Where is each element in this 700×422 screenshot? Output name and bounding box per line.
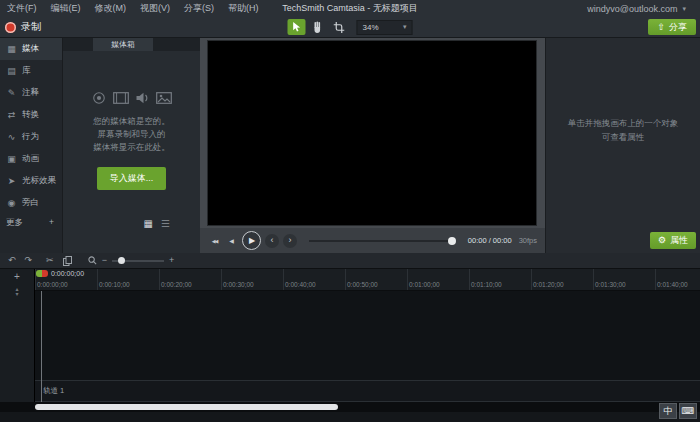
ruler-label-0: 0:00:00;00 — [37, 281, 68, 288]
film-icon — [113, 92, 129, 104]
timeline-zoom-slider[interactable] — [112, 260, 164, 262]
menu-item-3[interactable]: 视图(V) — [133, 0, 177, 17]
media-bin-empty-icons — [63, 91, 200, 105]
playback-scrubber[interactable] — [309, 240, 456, 242]
canvas-stage — [200, 38, 545, 228]
zoom-in-icon[interactable]: + — [169, 256, 174, 265]
canvas-zoom-value: 34% — [363, 23, 379, 32]
media-bin-empty-line: 屏幕录制和导入的 — [63, 128, 200, 141]
step-back-button[interactable]: ◀ — [225, 237, 238, 244]
sidebar-item-label: 光标效果 — [22, 175, 56, 187]
previous-frame-button[interactable]: ‹ — [265, 234, 279, 248]
toolbar: 录制 34% ▾ ⇧ 分享 — [0, 17, 700, 38]
crop-tool-button[interactable] — [330, 19, 348, 35]
track-row[interactable]: 轨道 1 — [35, 380, 700, 402]
account-menu[interactable]: windyvo@outlook.com ▾ — [587, 4, 686, 14]
magnifier-icon[interactable] — [88, 256, 97, 265]
timeline-zoom-group: − + — [88, 256, 175, 265]
tab-media-bin[interactable]: 媒体箱 — [93, 38, 153, 51]
import-media-button[interactable]: 导入媒体... — [97, 167, 167, 190]
add-track-button[interactable]: + — [0, 272, 34, 282]
redo-icon[interactable]: ↷ — [25, 256, 33, 265]
share-label: 分享 — [669, 21, 687, 34]
properties-button[interactable]: ⚙ 属性 — [650, 232, 696, 249]
ruler-label-1: 0:00:10;00 — [99, 281, 130, 288]
transitions-icon: ⇄ — [6, 110, 17, 120]
gear-icon: ⚙ — [658, 236, 666, 245]
sidebar-item-cursor-effects[interactable]: ➤光标效果 — [0, 170, 62, 192]
skip-to-start-button[interactable]: ◀◀ — [208, 238, 221, 244]
window-title: TechSmith Camtasia - 无标题项目 — [282, 2, 418, 15]
copy-icon[interactable] — [63, 256, 72, 266]
playhead-time: 0:00:00;00 — [51, 270, 84, 277]
playhead-line[interactable] — [41, 291, 42, 402]
menu-item-0[interactable]: 文件(F) — [0, 0, 44, 17]
edit-group: ✂ — [46, 256, 72, 266]
media-icon: ▦ — [6, 44, 17, 54]
sidebar-item-label: 旁白 — [22, 197, 39, 209]
play-button[interactable]: ▶ — [242, 231, 261, 250]
sidebar-item-behaviors[interactable]: ∿行为 — [0, 126, 62, 148]
sidebar-item-label: 动画 — [22, 153, 39, 165]
ruler-label-2: 0:00:20;00 — [161, 281, 192, 288]
sidebar-item-voice-narration[interactable]: ◉旁白 — [0, 192, 62, 214]
chevron-down-icon[interactable]: ▾ — [0, 292, 34, 297]
sidebar-item-annotations[interactable]: ✎注释 — [0, 82, 62, 104]
sidebar-more-button[interactable]: 更多 — [6, 217, 23, 229]
canvas-tools: 34% ▾ — [288, 19, 413, 35]
image-icon — [156, 92, 172, 104]
menu-item-1[interactable]: 编辑(E) — [44, 0, 88, 17]
sidebar-add-button[interactable]: + — [49, 217, 54, 229]
cut-icon[interactable]: ✂ — [46, 256, 54, 265]
menu-item-4[interactable]: 分享(S) — [177, 0, 221, 17]
timeline-toolbar: ↶ ↷ ✂ − + — [0, 253, 700, 269]
grid-view-icon[interactable]: ▦ — [144, 218, 153, 229]
playback-controls: ◀◀ ◀ ▶ ‹ › 00:00 / 00:00 30fps — [200, 228, 545, 253]
ruler-label-9: 0:01:30;00 — [595, 281, 626, 288]
ime-language-badge[interactable]: 中 — [659, 403, 677, 419]
status-strip — [0, 412, 700, 422]
canvas-zoom-select[interactable]: 34% ▾ — [357, 20, 413, 35]
menubar-menus: 文件(F)编辑(E)修改(M)视图(V)分享(S)帮助(H) — [0, 0, 266, 17]
properties-hint-line: 可查看属性 — [546, 130, 700, 144]
timeline-scrollbar-thumb[interactable] — [35, 404, 338, 410]
share-button[interactable]: ⇧ 分享 — [648, 19, 696, 35]
record-button[interactable]: 录制 — [5, 19, 41, 35]
playhead-handles[interactable] — [36, 270, 48, 277]
keyboard-icon[interactable]: ⌨ — [679, 403, 697, 419]
record-circle-icon — [92, 91, 106, 105]
sidebar-item-media[interactable]: ▦媒体 — [0, 38, 62, 60]
sidebar-item-animations[interactable]: ▣动画 — [0, 148, 62, 170]
scrubber-handle[interactable] — [448, 237, 456, 245]
track-area[interactable]: 轨道 1 — [35, 291, 700, 402]
ruler-label-6: 0:01:00;00 — [409, 281, 440, 288]
record-icon — [5, 22, 16, 33]
playhead-out-handle[interactable] — [42, 270, 48, 277]
video-canvas[interactable] — [207, 40, 537, 226]
pan-tool-button[interactable] — [309, 19, 327, 35]
sidebar-item-label: 注释 — [22, 87, 39, 99]
next-frame-button[interactable]: › — [283, 234, 297, 248]
menu-item-2[interactable]: 修改(M) — [88, 0, 134, 17]
media-bin-tabbar: 媒体箱 — [63, 38, 200, 51]
account-email: windyvo@outlook.com — [587, 4, 677, 14]
properties-hint-line: 单击并拖拽画布上的一个对象 — [546, 116, 700, 130]
zoom-out-icon[interactable]: − — [102, 256, 107, 265]
menu-item-5[interactable]: 帮助(H) — [221, 0, 266, 17]
sidebar-item-label: 媒体 — [22, 43, 39, 55]
undo-icon[interactable]: ↶ — [8, 256, 16, 265]
timeline-zoom-handle[interactable] — [118, 257, 125, 264]
track-collapse-buttons[interactable]: ▴ ▾ — [0, 287, 34, 297]
ruler-label-5: 0:00:50;00 — [347, 281, 378, 288]
timeline-ruler[interactable]: 0:00:00;00 0:00:00;000:00:10;000:00:20;0… — [35, 269, 700, 291]
audio-speaker-icon — [136, 92, 149, 104]
select-tool-button[interactable] — [288, 19, 306, 35]
media-bin-empty-line: 媒体将显示在此处。 — [63, 141, 200, 154]
media-bin-empty-line: 您的媒体箱是空的。 — [63, 115, 200, 128]
list-view-icon[interactable]: ☰ — [161, 218, 170, 229]
sidebar-item-transitions[interactable]: ⇄转换 — [0, 104, 62, 126]
sidebar-item-library[interactable]: ▤库 — [0, 60, 62, 82]
hand-icon — [313, 21, 323, 33]
timeline-scrollbar[interactable] — [0, 402, 700, 412]
sidebar-bottom: 更多 + — [0, 217, 62, 229]
